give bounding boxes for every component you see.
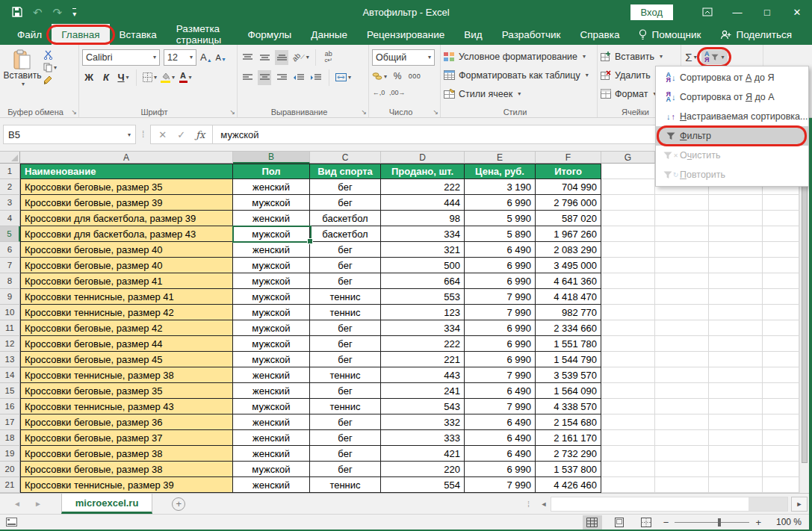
cell-E10[interactable]: 7 990	[465, 305, 536, 320]
cell-A15[interactable]: Кроссовки беговые, размер 35	[20, 383, 233, 399]
cell[interactable]	[601, 430, 655, 446]
format-painter-button[interactable]	[43, 75, 57, 85]
cell[interactable]	[763, 242, 799, 258]
row-header-6[interactable]: 6	[0, 242, 20, 258]
font-color-button[interactable]: А▾	[179, 70, 192, 85]
cell-D12[interactable]: 222	[381, 336, 465, 352]
cell-A8[interactable]: Кроссовки беговые, размер 41	[20, 273, 233, 289]
cell[interactable]	[709, 383, 763, 399]
cell[interactable]	[655, 352, 709, 367]
cell-E21[interactable]: 7 990	[465, 477, 536, 493]
sign-in-button[interactable]: Вход	[630, 4, 673, 20]
font-name-select[interactable]: Calibri▾	[82, 49, 160, 66]
cell-F21[interactable]: 4 426 460	[536, 477, 601, 493]
enter-button[interactable]: ✓	[177, 129, 185, 140]
cell[interactable]	[763, 430, 799, 446]
cell-A17[interactable]: Кроссовки беговые, размер 36	[20, 414, 233, 430]
cell[interactable]	[601, 179, 655, 195]
cell-F6[interactable]: 2 083 290	[536, 242, 601, 258]
cell-A12[interactable]: Кроссовки беговые, размер 44	[20, 336, 233, 352]
cell-D7[interactable]: 500	[381, 258, 465, 273]
cell[interactable]	[709, 446, 763, 462]
cell-header-F1[interactable]: Итого	[536, 164, 601, 179]
cell[interactable]	[763, 289, 799, 305]
cell-E3[interactable]: 6 990	[465, 195, 536, 211]
cell-B12[interactable]: мужской	[233, 336, 310, 352]
cell-E6[interactable]: 6 490	[465, 242, 536, 258]
accounting-format-button[interactable]: ▾	[372, 69, 387, 84]
tab-file[interactable]: Файл	[7, 24, 52, 45]
cell-B4[interactable]: женский	[233, 211, 310, 226]
cell-D13[interactable]: 221	[381, 352, 465, 367]
minimize-button[interactable]: —	[722, 0, 752, 24]
cell[interactable]	[709, 462, 763, 477]
row-header-9[interactable]: 9	[0, 289, 20, 305]
cell-F5[interactable]: 1 967 260	[536, 226, 601, 242]
cell-A3[interactable]: Кроссовки беговые, размер 39	[20, 195, 233, 211]
cell[interactable]	[601, 477, 655, 493]
font-dialog-launcher-icon[interactable]: ↘	[229, 108, 235, 116]
delete-cells-button[interactable]: Удалить▾	[601, 66, 659, 84]
align-top-button[interactable]	[241, 50, 254, 65]
number-dialog-launcher-icon[interactable]: ↘	[433, 108, 438, 116]
maximize-button[interactable]: □	[752, 0, 782, 24]
comma-style-button[interactable]: 000	[408, 69, 421, 84]
cell[interactable]	[709, 226, 763, 242]
vertical-scrollbar-thumb[interactable]	[802, 158, 808, 463]
alignment-dialog-launcher-icon[interactable]: ↘	[361, 108, 367, 116]
row-header-3[interactable]: 3	[0, 195, 20, 211]
cell-F4[interactable]: 587 020	[536, 211, 601, 226]
font-size-select[interactable]: 12▾	[164, 49, 196, 66]
cell[interactable]	[709, 242, 763, 258]
cell-F20[interactable]: 1 537 800	[536, 462, 601, 477]
cell[interactable]	[601, 336, 655, 352]
percent-style-button[interactable]: %	[391, 69, 404, 84]
cell-A7[interactable]: Кроссовки беговые, размер 40	[20, 258, 233, 273]
cell-C6[interactable]: бег	[310, 242, 381, 258]
cell[interactable]	[655, 211, 709, 226]
cell[interactable]	[655, 383, 709, 399]
cell-A5[interactable]: Кроссовки для баскетбола, размер 43	[20, 226, 233, 242]
cell-E18[interactable]: 6 490	[465, 430, 536, 446]
cell-F9[interactable]: 4 418 470	[536, 289, 601, 305]
horizontal-scrollbar-track[interactable]	[551, 497, 788, 512]
cell-E9[interactable]: 7 990	[465, 289, 536, 305]
row-header-2[interactable]: 2	[0, 179, 20, 195]
cell-E11[interactable]: 6 990	[465, 320, 536, 336]
cell[interactable]	[709, 258, 763, 273]
borders-button[interactable]: ▾	[143, 70, 157, 85]
cell[interactable]	[655, 399, 709, 414]
cell-E13[interactable]: 6 990	[465, 352, 536, 367]
cell[interactable]	[601, 462, 655, 477]
cell-D18[interactable]: 333	[381, 430, 465, 446]
previous-sheet-button[interactable]: ◄	[13, 500, 21, 508]
cell[interactable]	[709, 477, 763, 493]
cell-B16[interactable]: мужской	[233, 399, 310, 414]
cell[interactable]	[655, 477, 709, 493]
cell-D4[interactable]: 98	[381, 211, 465, 226]
cell-F18[interactable]: 2 161 170	[536, 430, 601, 446]
cell[interactable]	[601, 305, 655, 320]
cell-C11[interactable]: бег	[310, 320, 381, 336]
align-middle-button[interactable]	[258, 50, 271, 65]
cell-D15[interactable]: 241	[381, 383, 465, 399]
menu-item-filter[interactable]: Фильтр	[656, 126, 808, 146]
cell[interactable]	[763, 383, 799, 399]
orientation-button[interactable]: ab⟋▾	[292, 50, 309, 65]
autosum-button[interactable]: Σ▾	[684, 50, 698, 65]
cell-C20[interactable]: бег	[310, 462, 381, 477]
cell[interactable]	[763, 305, 799, 320]
zoom-slider-thumb[interactable]	[718, 518, 721, 527]
row-header-16[interactable]: 16	[0, 399, 20, 414]
cell[interactable]	[601, 164, 655, 179]
cell-B17[interactable]: женский	[233, 414, 310, 430]
cell-B15[interactable]: женский	[233, 383, 310, 399]
ribbon-display-options-button[interactable]	[692, 0, 722, 24]
cell[interactable]	[709, 336, 763, 352]
zoom-out-button[interactable]: −	[663, 517, 669, 528]
wrap-text-button[interactable]: abc↵	[322, 50, 335, 65]
cell[interactable]	[601, 289, 655, 305]
cell-C7[interactable]: бег	[310, 258, 381, 273]
cell-F16[interactable]: 4 338 570	[536, 399, 601, 414]
undo-button[interactable]: ↶	[33, 7, 43, 18]
